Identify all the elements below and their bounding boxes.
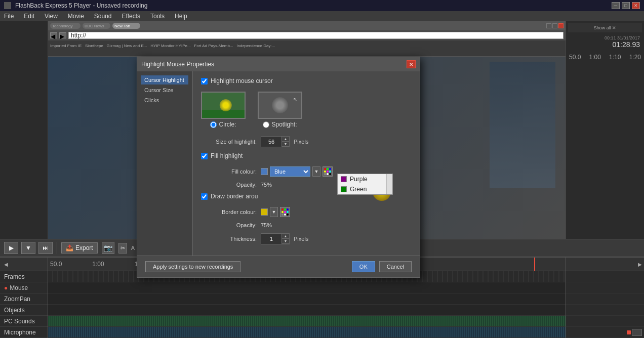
grid-dot-7 bbox=[324, 173, 326, 175]
thickness-input[interactable] bbox=[261, 235, 281, 243]
menu-help[interactable]: Help bbox=[173, 13, 189, 20]
browser-strip: Technology BBC News New Tab ◀ ▶ http:// … bbox=[48, 21, 566, 57]
border-grid-dot-8 bbox=[284, 214, 286, 216]
menu-effects[interactable]: Effects bbox=[120, 13, 142, 20]
size-spinner: ▲ ▼ bbox=[281, 137, 289, 147]
grid-dot-2 bbox=[327, 168, 329, 170]
size-down-btn[interactable]: ▼ bbox=[282, 142, 289, 147]
dropdown-scrollbar[interactable] bbox=[386, 174, 392, 194]
browser-max[interactable] bbox=[552, 23, 557, 28]
grid-dot-3 bbox=[329, 168, 331, 170]
ok-button[interactable]: OK bbox=[352, 261, 375, 272]
border-grid-dot-5 bbox=[284, 211, 286, 213]
dialog-layout: Cursor Highlight Cursor Size Clicks High… bbox=[137, 71, 420, 256]
border-grid-dot-7 bbox=[281, 214, 284, 216]
nav-cursor-size[interactable]: Cursor Size bbox=[141, 86, 188, 95]
thickness-row: Thickness: ▲ ▼ Pixels bbox=[201, 233, 412, 244]
size-unit: Pixels bbox=[294, 139, 308, 145]
mic-icon bbox=[632, 329, 642, 336]
size-up-btn[interactable]: ▲ bbox=[282, 137, 289, 142]
show-all-btn[interactable]: Show all ✕ bbox=[568, 23, 642, 32]
dialog-close-button[interactable]: ✕ bbox=[407, 60, 416, 68]
fill-colour-select[interactable]: Blue Purple bbox=[270, 166, 310, 177]
size-label: Size of highlight: bbox=[201, 139, 257, 145]
border-colour-arrow[interactable]: ▼ bbox=[270, 207, 278, 217]
purple-label: Purple bbox=[350, 176, 368, 183]
address-bar[interactable]: http:// bbox=[71, 32, 86, 39]
circle-radio[interactable] bbox=[210, 121, 217, 128]
fill-checkbox[interactable] bbox=[201, 153, 208, 159]
thickness-input-group: ▲ ▼ bbox=[261, 233, 290, 244]
close-button[interactable]: ✕ bbox=[632, 2, 640, 9]
border-grid-dot-4 bbox=[281, 211, 284, 213]
cancel-button[interactable]: Cancel bbox=[379, 261, 412, 272]
opacity-label: Opacity: bbox=[201, 182, 257, 188]
menu-sound[interactable]: Sound bbox=[92, 13, 114, 20]
purple-swatch bbox=[341, 176, 347, 182]
border-colour-label: Border colour: bbox=[201, 209, 257, 215]
restore-button[interactable]: □ bbox=[622, 2, 630, 9]
border-colour-grid[interactable] bbox=[280, 207, 290, 217]
app-icon bbox=[4, 2, 11, 9]
track-label-objects: Objects bbox=[0, 305, 48, 316]
nav-clicks[interactable]: Clicks bbox=[141, 96, 188, 105]
track-row-microphone bbox=[48, 327, 566, 338]
track-row-mouse bbox=[48, 282, 566, 293]
spotlight-preview[interactable]: ↖ bbox=[258, 92, 302, 119]
thickness-unit: Pixels bbox=[294, 236, 308, 242]
browser-min[interactable] bbox=[546, 23, 551, 28]
fill-colour-grid[interactable] bbox=[323, 166, 333, 177]
menu-tools[interactable]: Tools bbox=[148, 13, 167, 20]
grid-dot-6 bbox=[329, 171, 331, 173]
nav-cursor-highlight[interactable]: Cursor Highlight bbox=[141, 75, 188, 85]
dropdown-item-purple[interactable]: Purple bbox=[338, 174, 392, 184]
dialog-title: Highlight Mouse Properties bbox=[141, 61, 214, 68]
track-label-pcsounds: PC Sounds bbox=[0, 316, 48, 327]
border-opacity-row: Opacity: 75% bbox=[201, 222, 412, 228]
menu-file[interactable]: File bbox=[2, 13, 16, 20]
right-sidebar: Show all ✕ 00:11 31/01/2017 01:28.93 50.… bbox=[566, 21, 644, 239]
back-btn[interactable]: ◀ bbox=[50, 32, 57, 38]
track-label-zoompan: ZoomPan bbox=[0, 293, 48, 305]
colour-dropdown-list: Purple Green bbox=[337, 174, 393, 195]
browser-close[interactable] bbox=[558, 23, 564, 28]
border-checkbox[interactable] bbox=[201, 193, 208, 200]
size-input[interactable] bbox=[261, 138, 281, 146]
border-colour-indicator bbox=[261, 208, 268, 216]
circle-preview[interactable] bbox=[201, 92, 246, 119]
circle-radio-row: Circle: bbox=[210, 121, 236, 128]
highlight-mouse-dialog: Highlight Mouse Properties ✕ Cursor High… bbox=[137, 57, 420, 278]
fill-colour-arrow[interactable]: ▼ bbox=[312, 166, 320, 177]
timeline-body: Frames ● Mouse ZoomPan Objects PC Sounds… bbox=[0, 271, 644, 338]
menu-movie[interactable]: Movie bbox=[66, 13, 86, 20]
track-label-frames: Frames bbox=[0, 271, 48, 282]
menu-bar: File Edit View Movie Sound Effects Tools… bbox=[0, 11, 644, 21]
border-colour-row: Border colour: ▼ bbox=[201, 207, 412, 217]
spotlight-radio[interactable] bbox=[263, 121, 269, 128]
crop-button[interactable]: ✂ bbox=[118, 243, 127, 254]
green-swatch bbox=[341, 186, 347, 192]
thickness-down-btn[interactable]: ▼ bbox=[282, 239, 289, 244]
time-50: 50.0 bbox=[569, 54, 581, 61]
minimize-button[interactable]: ─ bbox=[612, 2, 620, 9]
scroll-left-btn[interactable]: ◀ bbox=[4, 262, 8, 267]
camera-button[interactable]: 📷 bbox=[102, 242, 114, 254]
skip-button[interactable]: ⏭ bbox=[38, 242, 53, 254]
track-row-objects bbox=[48, 305, 566, 316]
menu-view[interactable]: View bbox=[43, 13, 60, 20]
highlight-checkbox[interactable] bbox=[201, 78, 208, 85]
apply-button[interactable]: Apply settings to new recordings bbox=[145, 261, 240, 272]
border-opacity-value: 75% bbox=[261, 222, 272, 228]
scroll-right-btn[interactable]: ▶ bbox=[638, 262, 642, 267]
fill-colour-indicator bbox=[261, 168, 268, 175]
menu-edit[interactable]: Edit bbox=[22, 13, 36, 20]
forward-btn[interactable]: ▶ bbox=[59, 32, 66, 38]
fill-colour-label: Fill colour: bbox=[201, 168, 257, 175]
play-dropdown-button[interactable]: ▼ bbox=[21, 242, 35, 254]
export-button[interactable]: 📤 Export bbox=[61, 242, 98, 254]
dropdown-item-green[interactable]: Green bbox=[338, 184, 392, 194]
track-row-pcsounds bbox=[48, 316, 566, 327]
play-button[interactable]: ▶ bbox=[4, 242, 18, 254]
border-grid-dot-6 bbox=[287, 211, 289, 213]
thickness-up-btn[interactable]: ▲ bbox=[282, 234, 289, 239]
